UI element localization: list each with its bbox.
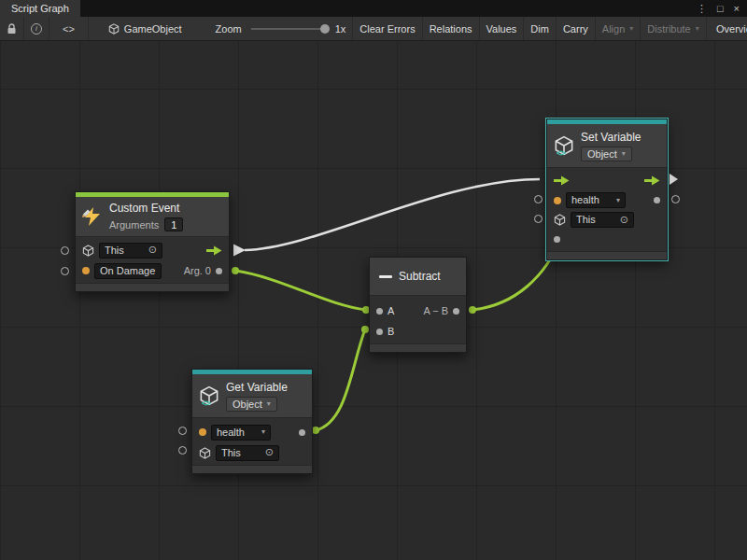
variable-scope-dropdown[interactable]: Object ▾: [581, 147, 632, 161]
port-ring-set-variable-target[interactable]: [534, 215, 543, 223]
object-picker-icon[interactable]: ⊙: [620, 215, 628, 225]
target-dropdown[interactable]: This ⊙: [216, 445, 279, 461]
overview-button[interactable]: Overview: [710, 17, 747, 40]
values-button[interactable]: Values: [480, 17, 525, 40]
lock-button[interactable]: [0, 17, 24, 40]
tab-script-graph[interactable]: Script Graph: [0, 0, 80, 17]
gameobject-selector[interactable]: GameObject: [102, 17, 189, 40]
maximize-icon[interactable]: □: [717, 4, 724, 14]
gameobject-cube-icon: [82, 245, 94, 257]
wire-endpoint: [469, 306, 476, 314]
info-button[interactable]: i: [24, 17, 49, 40]
graph-canvas[interactable]: Custom Event Arguments 1 This ⊙: [0, 41, 747, 560]
output-port[interactable]: [453, 308, 459, 315]
object-picker-icon[interactable]: ⊙: [148, 245, 157, 255]
output-label: A − B: [423, 305, 448, 316]
wire-endpoint: [232, 267, 239, 274]
flow-output-port[interactable]: [644, 175, 660, 186]
relations-label: Relations: [430, 23, 472, 35]
port-ring-set-variable-output[interactable]: [671, 195, 680, 203]
variable-brackets-icon: <>: [202, 399, 210, 408]
zoom-slider-handle[interactable]: [320, 24, 330, 34]
wire-getvariable-to-subtract-b[interactable]: [316, 329, 365, 430]
variable-scope-dropdown[interactable]: Object ▾: [226, 397, 277, 412]
node-subtract[interactable]: Subtract A A − B B: [369, 257, 467, 353]
wire-flow-custom-event-to-set-variable[interactable]: [245, 179, 540, 250]
wire-arg0-to-subtract-a[interactable]: [235, 271, 366, 310]
port-ring-custom-event-name[interactable]: [61, 267, 69, 275]
get-variable-body: health ▾ This ⊙: [192, 417, 312, 465]
input-a-row: A A − B: [370, 301, 466, 321]
port-ring-get-variable-target[interactable]: [178, 446, 187, 455]
carry-label: Carry: [563, 23, 588, 35]
info-icon: i: [31, 23, 42, 35]
chevron-down-icon: ▾: [267, 399, 271, 408]
value-output-port[interactable]: [299, 429, 305, 436]
distribute-button: Distribute ▾: [641, 17, 706, 40]
value-output-port[interactable]: [654, 197, 660, 203]
target-value: This: [105, 245, 124, 256]
menu-icon[interactable]: ⋮: [697, 4, 707, 14]
target-value: This: [221, 447, 241, 458]
align-label: Align: [602, 23, 625, 35]
node-get-variable[interactable]: <> Get Variable Object ▾ health ▾: [191, 369, 313, 474]
chevron-down-icon: ▾: [261, 427, 265, 436]
gameobject-cube-icon: [199, 447, 211, 459]
code-view-button[interactable]: <>: [49, 17, 89, 40]
variable-name-dropdown[interactable]: health ▾: [211, 425, 271, 441]
input-b-row: B: [370, 321, 466, 342]
variable-name-port[interactable]: [554, 197, 561, 204]
port-ring-custom-event-target[interactable]: [61, 246, 69, 255]
node-footer: [370, 343, 466, 352]
carry-button[interactable]: Carry: [557, 17, 596, 40]
wire-source-arrow: [233, 245, 246, 257]
node-footer: [76, 283, 229, 291]
arguments-field[interactable]: 1: [164, 217, 183, 231]
target-dropdown[interactable]: This ⊙: [571, 212, 634, 228]
input-a-port[interactable]: [376, 308, 383, 315]
event-name-port[interactable]: [82, 267, 90, 274]
custom-event-header[interactable]: Custom Event Arguments 1: [76, 197, 229, 236]
port-ring-set-variable-name[interactable]: [534, 195, 543, 203]
node-title: Custom Event: [109, 202, 183, 215]
chevron-down-icon: ▾: [616, 196, 620, 204]
set-variable-flow-out-indicator[interactable]: [669, 174, 678, 185]
wire-endpoint: [361, 326, 369, 333]
arg-0-output-port[interactable]: [216, 268, 222, 274]
target-dropdown[interactable]: This ⊙: [99, 243, 162, 259]
input-b-label: B: [388, 326, 394, 337]
close-icon[interactable]: ×: [734, 4, 740, 14]
variable-name-dropdown[interactable]: health ▾: [566, 192, 626, 208]
clear-errors-button[interactable]: Clear Errors: [353, 17, 422, 40]
set-variable-header[interactable]: <> Set Variable Object ▾: [547, 124, 667, 167]
node-set-variable[interactable]: <> Set Variable Object ▾: [546, 119, 668, 260]
zoom-slider[interactable]: [251, 28, 326, 30]
node-title: Set Variable: [581, 131, 641, 144]
variable-name-port[interactable]: [199, 428, 206, 436]
port-ring-get-variable-name[interactable]: [178, 427, 187, 435]
value-input-row: [547, 230, 667, 249]
subtract-header[interactable]: Subtract: [370, 258, 466, 295]
value-input-port[interactable]: [554, 236, 560, 243]
input-b-port[interactable]: [376, 329, 383, 335]
object-picker-icon[interactable]: ⊙: [265, 447, 274, 457]
node-title: Subtract: [399, 270, 441, 283]
target-value: This: [576, 214, 596, 225]
get-variable-header[interactable]: <> Get Variable Object ▾: [192, 374, 312, 417]
event-name-value: On Damage: [100, 265, 155, 276]
set-variable-body: health ▾ This ⊙: [547, 167, 667, 251]
lock-icon: [7, 23, 17, 35]
node-footer: [192, 465, 312, 473]
event-name-field[interactable]: On Damage: [94, 263, 162, 279]
flow-output-port[interactable]: [206, 245, 222, 256]
flow-input-port[interactable]: [554, 175, 570, 186]
dim-button[interactable]: Dim: [524, 17, 557, 40]
scope-value: Object: [587, 148, 617, 160]
relations-button[interactable]: Relations: [423, 17, 480, 40]
align-button: Align ▾: [596, 17, 641, 40]
zoom-control: Zoom 1x: [209, 17, 354, 40]
window-controls: ⋮ □ ×: [689, 0, 747, 17]
custom-event-icon: [82, 206, 103, 227]
variable-cube-icon: <>: [554, 135, 574, 156]
node-custom-event[interactable]: Custom Event Arguments 1 This ⊙: [75, 191, 230, 292]
